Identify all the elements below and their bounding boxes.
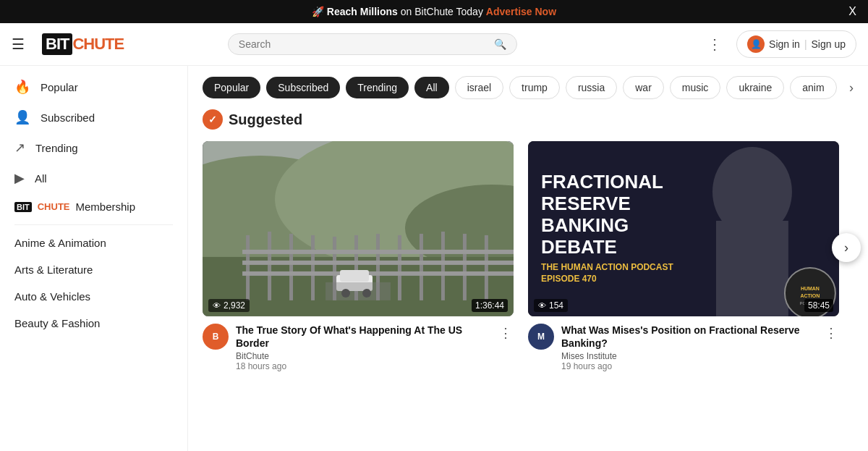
view-count-border: 👁 2,932: [208, 299, 250, 312]
popular-icon: 🔥: [14, 79, 30, 95]
sidebar-item-all[interactable]: ▶ All: [0, 163, 187, 193]
eye-icon-banking: 👁: [538, 301, 546, 310]
suggested-badge-icon: ✓: [203, 109, 223, 130]
view-count-banking: 👁 154: [534, 299, 568, 312]
svg-rect-8: [311, 235, 315, 300]
search-input[interactable]: [239, 38, 494, 50]
sidebar-item-subscribed[interactable]: 👤 Subscribed: [0, 102, 187, 132]
svg-text:RESERVE: RESERVE: [541, 193, 631, 214]
carousel-next-button[interactable]: ›: [832, 233, 861, 262]
sidebar: 🔥 Popular 👤 Subscribed ↗ Trending ▶ All …: [0, 66, 188, 451]
duration-border: 1:36:44: [472, 299, 508, 312]
filter-trending[interactable]: Trending: [346, 77, 409, 98]
sidebar-item-popular[interactable]: 🔥 Popular: [0, 72, 187, 102]
filter-anim[interactable]: anim: [790, 76, 836, 99]
channel-avatar-mises[interactable]: M: [528, 324, 554, 350]
svg-text:HUMAN: HUMAN: [801, 286, 820, 291]
main-layout: 🔥 Popular 👤 Subscribed ↗ Trending ▶ All …: [0, 66, 868, 451]
svg-rect-16: [485, 235, 488, 300]
sidebar-label-subscribed: Subscribed: [41, 111, 95, 124]
sidebar-item-membership[interactable]: BIT CHUTE Membership: [0, 193, 187, 220]
logo-chute: CHUTE: [72, 35, 124, 54]
header: ☰ BIT CHUTE 🔍 ⋮ 👤 Sign in | Sign up: [0, 23, 868, 66]
sidebar-category-auto[interactable]: Auto & Vehicles: [0, 283, 187, 310]
svg-text:THE HUMAN ACTION PODCAST: THE HUMAN ACTION PODCAST: [541, 262, 673, 272]
thumbnail-border-image: [203, 141, 514, 316]
filter-israel[interactable]: israel: [455, 76, 503, 99]
filter-popular[interactable]: Popular: [203, 77, 260, 98]
video-time-border: 18 hours ago: [236, 361, 490, 371]
videos-grid: 👁 2,932 1:36:44 B The True Story Of What…: [203, 141, 854, 371]
video-title-banking[interactable]: What Was Mises's Position on Fractional …: [561, 324, 816, 350]
sidebar-category-arts[interactable]: Arts & Literature: [0, 256, 187, 283]
video-info-banking: M What Was Mises's Position on Fractiona…: [528, 324, 839, 371]
advertise-link[interactable]: Advertise Now: [486, 6, 556, 17]
banner-close-button[interactable]: X: [848, 5, 856, 18]
thumbnail-border[interactable]: 👁 2,932 1:36:44: [203, 141, 514, 316]
thumbnail-banking[interactable]: FRACTIONAL RESERVE BANKING DEBATE THE HU…: [528, 141, 839, 316]
video-card-border: 👁 2,932 1:36:44 B The True Story Of What…: [203, 141, 514, 371]
video-meta-border: The True Story Of What's Happening At Th…: [236, 324, 490, 371]
video-info-border: B The True Story Of What's Happening At …: [203, 324, 514, 371]
video-meta-banking: What Was Mises's Position on Fractional …: [561, 324, 816, 371]
divider: |: [804, 38, 807, 50]
sidebar-category-anime[interactable]: Anime & Animation: [0, 229, 187, 256]
sidebar-category-beauty[interactable]: Beauty & Fashion: [0, 310, 187, 337]
logo-bit: BIT: [42, 33, 72, 55]
content-area: Popular Subscribed Trending All israel t…: [188, 66, 868, 451]
filter-war[interactable]: war: [623, 76, 664, 99]
video-more-button-border[interactable]: ⋮: [498, 324, 514, 342]
video-channel-bitchute[interactable]: BitChute: [236, 351, 490, 361]
video-more-button-banking[interactable]: ⋮: [823, 324, 839, 342]
duration-banking: 58:45: [804, 299, 833, 312]
svg-rect-12: [398, 235, 401, 300]
search-bar: 🔍: [228, 33, 517, 55]
svg-rect-6: [268, 232, 271, 300]
svg-rect-7: [289, 234, 293, 300]
eye-icon: 👁: [213, 301, 221, 310]
svg-rect-15: [463, 234, 467, 300]
svg-rect-17: [242, 250, 514, 254]
membership-label: Membership: [76, 201, 136, 213]
svg-text:DEBATE: DEBATE: [541, 236, 617, 258]
svg-text:EPISODE 470: EPISODE 470: [541, 274, 597, 284]
video-channel-mises[interactable]: Mises Institute: [561, 351, 816, 361]
all-icon: ▶: [14, 170, 25, 186]
filter-trump[interactable]: trump: [509, 76, 560, 99]
sidebar-label-trending: Trending: [35, 142, 78, 154]
svg-rect-21: [340, 270, 369, 282]
sidebar-label-all: All: [35, 172, 47, 185]
filter-bar: Popular Subscribed Trending All israel t…: [203, 66, 854, 109]
filter-scroll-right[interactable]: ›: [849, 80, 854, 96]
filter-russia[interactable]: russia: [566, 76, 617, 99]
sign-in-label: Sign in: [769, 38, 800, 50]
filter-subscribed[interactable]: Subscribed: [266, 77, 340, 98]
avatar: 👤: [747, 35, 765, 53]
header-right: ⋮ 👤 Sign in | Sign up: [702, 30, 856, 58]
hamburger-menu-button[interactable]: ☰: [12, 35, 25, 53]
top-banner: 🚀 Reach Millions on BitChute Today Adver…: [0, 0, 868, 23]
sidebar-divider: [14, 224, 173, 225]
membership-logo-chute: CHUTE: [38, 201, 70, 212]
sidebar-item-trending[interactable]: ↗ Trending: [0, 132, 187, 163]
filter-ukraine[interactable]: ukraine: [726, 76, 784, 99]
logo[interactable]: BIT CHUTE: [42, 33, 124, 55]
filter-all[interactable]: All: [414, 77, 449, 98]
thumbnail-banking-image: FRACTIONAL RESERVE BANKING DEBATE THE HU…: [528, 141, 839, 316]
trending-icon: ↗: [14, 140, 25, 156]
video-card-banking: FRACTIONAL RESERVE BANKING DEBATE THE HU…: [528, 141, 839, 371]
view-count-value: 2,932: [224, 300, 245, 311]
sign-in-button[interactable]: 👤 Sign in | Sign up: [736, 30, 856, 58]
channel-avatar-bitchute[interactable]: B: [203, 324, 229, 350]
filter-music[interactable]: music: [670, 76, 721, 99]
banner-text: 🚀 Reach Millions on BitChute Today Adver…: [312, 6, 556, 17]
more-options-button[interactable]: ⋮: [702, 33, 728, 56]
video-title-border[interactable]: The True Story Of What's Happening At Th…: [236, 324, 490, 350]
svg-text:ACTION: ACTION: [801, 293, 820, 298]
video-time-banking: 19 hours ago: [561, 361, 816, 371]
banner-suffix: on BitChute Today: [401, 6, 486, 17]
svg-rect-13: [420, 234, 423, 300]
svg-rect-19: [242, 271, 514, 276]
sidebar-label-popular: Popular: [41, 81, 78, 93]
svg-rect-5: [246, 235, 250, 300]
